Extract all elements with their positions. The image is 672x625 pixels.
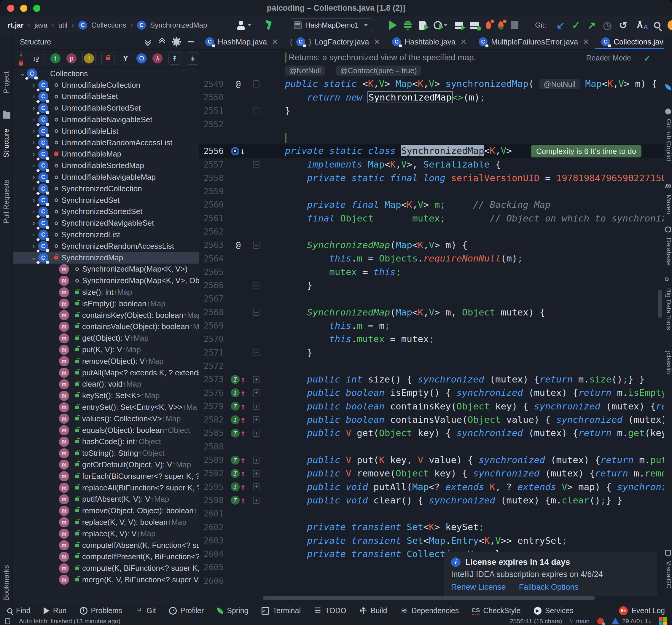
breadcrumb-item[interactable]: Collections [91,21,126,29]
editor-tab[interactable]: CMultipleFailuresError.java✕ [473,34,595,49]
code-line[interactable]: 2592I↑+ public V remove(Object key) { sy… [199,467,664,480]
fold-collapse-icon[interactable]: − [253,80,260,88]
zoom-window-button[interactable] [33,5,40,12]
caret-position[interactable]: 2556:41 (15 chars) [510,618,562,625]
tool-window-button-problems[interactable]: !Problems [80,606,122,615]
sidebar-item-database[interactable]: Database [665,238,672,266]
structure-tree-item[interactable]: mcontainsKey(Object): boolean ↑Map [13,310,199,321]
build-project-button[interactable] [265,21,273,30]
alloc-profile-button[interactable] [498,21,504,29]
code-line[interactable]: 2551− } [199,104,664,117]
structure-tree-item[interactable]: ›CUnmodifiableSortedSet [13,102,199,114]
profiler-button[interactable] [434,21,448,29]
structure-tree-item[interactable]: ›CSynchronizedSet [13,194,199,206]
code-line[interactable]: 2589I↑+ public V put(K key, V value) { s… [199,453,664,467]
show-fields-toggle[interactable]: f [82,52,95,65]
expand-all-icon[interactable]: ↟ [168,52,181,65]
code-line[interactable]: 2565 mutex = this; [199,265,664,279]
git-commit-button[interactable]: ✓ [572,19,580,31]
sidebar-item-structure[interactable]: Structure [2,129,10,158]
git-history-button[interactable]: ◷ [603,19,612,31]
fold-marker[interactable]: − [250,309,263,316]
code-line[interactable]: 2559 [199,185,664,198]
coverage-button[interactable] [419,21,427,30]
code-line[interactable]: 2556↓ private static class SynchronizedM… [199,144,664,158]
close-tab-icon[interactable]: ✕ [272,38,278,47]
code-line[interactable]: 2570 this.mutex = mutex; [199,332,664,346]
show-anonymous-icon[interactable]: O [137,53,146,64]
structure-tree-item[interactable]: mtoString(): String ↑Object [13,448,199,459]
tool-window-button-find[interactable]: Find [7,606,30,615]
implements-marker-icon[interactable]: I [231,482,240,491]
structure-tree-item[interactable]: mvalues(): Collection<V> ↑Map [13,413,199,425]
minimize-window-button[interactable] [20,5,27,12]
code-line[interactable]: 2562 [199,225,664,238]
code-line[interactable]: 2552 [199,117,664,131]
code-line[interactable]: 2568− SynchronizedMap(Map<K,V> m, Object… [199,306,664,319]
folder-icon[interactable] [3,112,10,119]
show-properties-icon[interactable]: p [67,53,76,64]
code-line[interactable]: 2550 return new SynchronizedMap<>(m); [199,91,664,104]
sidebar-item-project[interactable]: Project [2,71,10,94]
implements-marker-icon[interactable]: I [231,429,240,438]
structure-tree-item[interactable]: mremove(Object): V ↑Map [13,356,199,367]
structure-tree-item[interactable]: mhashCode(): int ↑Object [13,436,199,448]
cpu-profile-button[interactable] [486,21,491,29]
structure-tree-item[interactable]: mget(Object): V ↑Map [13,332,199,344]
tool-window-button-run[interactable]: Run [44,606,67,615]
fold-marker[interactable]: − [250,161,263,168]
code-line[interactable]: @NotNull @Contract(pure = true) [199,64,664,77]
fold-expand-icon[interactable]: + [253,389,260,396]
update-available-button[interactable]: ↑ [668,20,672,30]
code-line[interactable]: 2595I↑+ public void putAll(Map<? extends… [199,480,664,494]
code-line[interactable]: 2571− } [199,346,664,359]
git-push-button[interactable]: ↗ [587,19,596,31]
fold-marker[interactable]: + [250,497,263,504]
close-tab-icon[interactable]: ✕ [583,38,589,47]
structure-tree-item[interactable]: mputAll(Map<? extends K, ? extends [13,367,199,379]
structure-tree-item[interactable]: ›CSynchronizedSortedSet [13,206,199,218]
structure-tree-item[interactable]: ›CUnmodifiableList [13,125,199,137]
collapse-all-icon[interactable]: ↡ [187,52,199,65]
fold-expand-icon[interactable]: + [253,403,260,410]
code-line[interactable]: 2557− implements Map<K,V>, Serializable … [199,158,664,171]
sidebar-item-visualgc[interactable]: VisualGC [665,561,672,588]
structure-tree-item[interactable]: mcontainsValue(Object): boolean ↑Map [13,321,199,333]
code-line[interactable]: 2573I↑+ public int size() { synchronized… [199,373,664,386]
run-configuration-select[interactable]: HashMapDemo1 [289,18,373,32]
fold-collapse-icon[interactable]: − [253,309,260,316]
structure-tree-item[interactable]: mcompute(K, BiFunction<? super K, [13,562,199,574]
notification-alert-icon[interactable] [597,618,604,624]
code-line[interactable]: 2567 [199,292,664,305]
tool-window-button-build[interactable]: ⚒Build [359,606,387,615]
sidebar-item-github-copilot[interactable]: GitHub Copilot [665,119,672,161]
sidebar-item-bookmarks[interactable]: Bookmarks [2,565,10,601]
renew-license-link[interactable]: Renew License [451,583,506,592]
fold-marker[interactable]: − [250,282,263,289]
structure-tree-item[interactable]: mSynchronizedMap(Map<K, V>) [13,264,199,275]
sidebar-item-big-data-tools[interactable]: Big Data Tools [665,288,672,330]
sidebar-item-maven[interactable]: Maven [665,194,672,214]
fold-expand-icon[interactable]: + [253,497,260,504]
fold-expand-icon[interactable]: + [253,376,260,383]
tool-window-button-event-log[interactable]: 9+Event Log [619,606,665,615]
implements-marker-icon[interactable]: I [231,496,240,505]
structure-tree-item[interactable]: ›CSynchronizedRandomAccessList [13,240,199,252]
visualgc-icon[interactable] [665,550,671,556]
run-chip-button[interactable] [455,21,463,29]
structure-tree-item[interactable]: mforEach(BiConsumer<? super K, ? s [13,471,199,482]
fold-marker[interactable]: + [250,483,263,490]
show-non-public-toggle[interactable] [101,52,115,65]
fold-marker[interactable]: + [250,403,263,410]
structure-tree-item[interactable]: mreplaceAll(BiFunction<? super K, ? [13,482,199,494]
scratch-feather-icon[interactable] [665,84,671,90]
fold-collapse-icon[interactable]: − [253,107,260,115]
breadcrumb-item[interactable]: util [58,21,68,29]
tool-window-button-git[interactable]: ⑂Git [135,606,156,615]
structure-tree-item[interactable]: ›CSynchronizedCollection [13,183,199,194]
code-line[interactable]: 2588 [199,440,664,453]
fold-marker[interactable]: − [250,80,263,88]
fold-collapse-icon[interactable]: − [253,242,260,249]
structure-tree-item[interactable]: mput(K, V): V ↑Map [13,344,199,356]
run-button[interactable] [389,21,397,30]
